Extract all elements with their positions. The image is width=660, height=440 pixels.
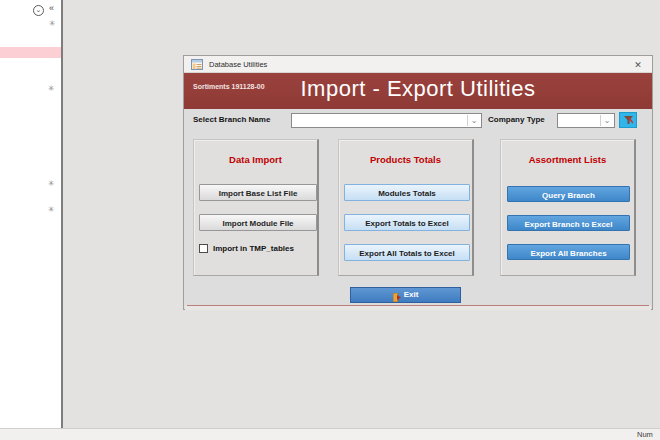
group-title: Data Import [194, 154, 317, 165]
dialog-title: Database Utilities [209, 60, 267, 69]
navigation-pane: ⌄ « ✳ ✳ ✳ ✳ [0, 0, 63, 428]
export-totals-to-excel-button[interactable]: Export Totals to Excel [344, 214, 470, 231]
query-branch-button[interactable]: Query Branch [507, 186, 630, 202]
group-assortment-lists: Assortment Lists Query Branch Export Bra… [500, 139, 636, 276]
button-label: Import Base List File [200, 189, 316, 198]
chevron-down-icon[interactable]: ⌄ [467, 115, 480, 126]
clear-filter-button[interactable] [619, 112, 637, 128]
database-utilities-dialog: Database Utilities ✕ Sortiments 191128-0… [183, 55, 653, 310]
shutter-collapse-icon[interactable]: « [49, 3, 54, 14]
import-module-file-button[interactable]: Import Module File [199, 214, 317, 231]
form-icon [191, 59, 203, 70]
button-label: Modules Totals [345, 189, 469, 198]
chevron-down-icon[interactable]: ⌄ [600, 115, 613, 126]
button-label: Import Module File [200, 219, 316, 228]
numlock-indicator: Num [637, 430, 653, 439]
modules-totals-button[interactable]: Modules Totals [344, 184, 470, 201]
button-label: Export All Totals to Excel [345, 249, 469, 258]
button-label: Export All Branches [508, 249, 629, 258]
company-type-label: Company Type [488, 115, 545, 124]
button-label: Query Branch [508, 191, 629, 200]
nav-menu-icon[interactable]: ⌄ [33, 5, 44, 16]
group-title: Assortment Lists [501, 154, 634, 165]
exit-button[interactable]: Exit [350, 287, 461, 303]
group-products-totals: Products Totals Modules Totals Export To… [338, 139, 474, 276]
close-icon[interactable]: ✕ [632, 59, 644, 71]
app-window: ⌄ « ✳ ✳ ✳ ✳ Database Utilities ✕ Sortime… [0, 0, 660, 440]
nav-selected-item[interactable] [0, 47, 61, 58]
nav-item-icon[interactable]: ✳ [48, 85, 55, 93]
checkbox-label: Import in TMP_tables [213, 244, 294, 253]
export-all-totals-to-excel-button[interactable]: Export All Totals to Excel [344, 244, 470, 261]
nav-item-icon[interactable]: ✳ [48, 206, 55, 214]
export-branch-to-excel-button[interactable]: Export Branch to Excel [507, 215, 630, 231]
button-label: Export Branch to Excel [508, 220, 629, 229]
branch-name-label: Select Branch Name [193, 115, 270, 124]
button-label: Export Totals to Excel [345, 219, 469, 228]
company-type-combobox[interactable]: ⌄ [557, 113, 615, 128]
dialog-footer [185, 306, 651, 310]
export-all-branches-button[interactable]: Export All Branches [507, 244, 630, 260]
group-data-import: Data Import Import Base List File Import… [193, 139, 319, 276]
exit-door-icon [393, 293, 401, 302]
nav-item-icon[interactable]: ✳ [49, 20, 56, 28]
branch-name-combobox[interactable]: ⌄ [291, 113, 482, 128]
dialog-header-band: Sortiments 191128-00 Import - Export Uti… [184, 73, 652, 109]
nav-item-icon[interactable]: ✳ [48, 180, 55, 188]
dialog-titlebar: Database Utilities ✕ [184, 56, 652, 73]
page-title: Import - Export Utilities [184, 76, 652, 102]
status-bar [0, 428, 660, 440]
group-title: Products Totals [339, 154, 472, 165]
exit-label: Exit [404, 290, 419, 299]
checkbox[interactable] [199, 244, 208, 253]
import-base-list-file-button[interactable]: Import Base List File [199, 184, 317, 201]
filter-icon [624, 116, 633, 125]
